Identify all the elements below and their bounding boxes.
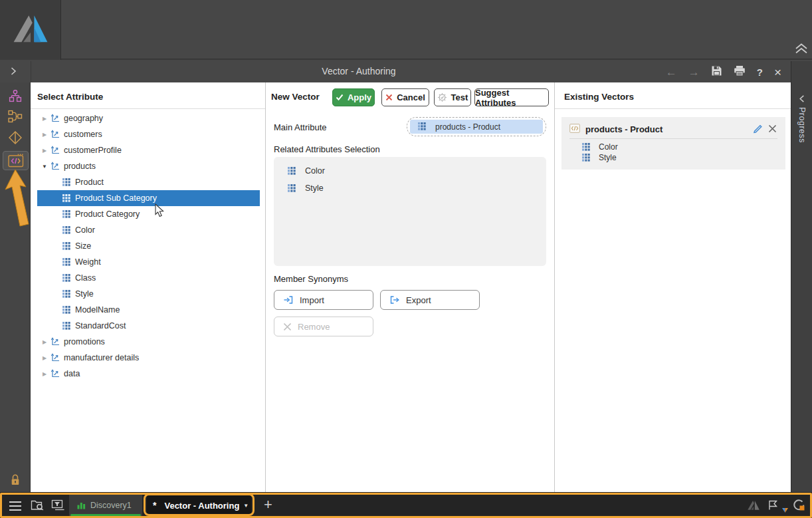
- new-tab-button[interactable]: +: [264, 496, 272, 513]
- tree-item[interactable]: Class: [37, 270, 260, 286]
- tree-item[interactable]: ▶ manufacturer details: [37, 350, 260, 366]
- delete-vector-button[interactable]: [767, 124, 777, 136]
- tree-item[interactable]: ▶ customerProfile: [37, 142, 260, 158]
- dropdown-triangle-icon[interactable]: [782, 503, 788, 515]
- tab-discovery1[interactable]: Discovery1: [69, 495, 142, 516]
- related-attribute-item[interactable]: Color: [274, 162, 546, 180]
- tree-item-label: products: [64, 162, 96, 171]
- pencil-icon: [753, 124, 763, 134]
- expand-arrow-icon[interactable]: ▶: [40, 339, 49, 345]
- expand-arrow-icon[interactable]: ▶: [40, 132, 49, 138]
- check-icon: [336, 94, 344, 101]
- card-divider: [569, 138, 777, 139]
- main-attribute-chip-label: products - Product: [435, 122, 500, 132]
- attribute-grid-icon: [62, 305, 71, 315]
- remove-x-icon: [283, 323, 292, 331]
- tab-vector-authoring[interactable]: * Vector - Authoring ▼: [147, 495, 251, 516]
- export-button[interactable]: Export: [380, 290, 480, 310]
- tree-item-label: geography: [64, 114, 103, 123]
- pyramid-status-icon[interactable]: [747, 500, 760, 514]
- tree-item-label: ModelName: [75, 305, 120, 315]
- close-button[interactable]: ×: [774, 66, 781, 78]
- apply-button[interactable]: Apply: [332, 88, 375, 106]
- tree-item[interactable]: ▶ customers: [37, 126, 260, 142]
- double-chevron-up-icon: [794, 43, 809, 55]
- print-button[interactable]: [734, 65, 746, 79]
- attribute-grid-icon: [287, 166, 296, 176]
- tree-item[interactable]: Size: [37, 238, 260, 254]
- related-attribute-item[interactable]: Style: [274, 180, 546, 197]
- forward-button[interactable]: →: [688, 66, 700, 78]
- tree-item-label: Size: [75, 241, 91, 251]
- attribute-grid-icon: [62, 257, 71, 267]
- tree-item[interactable]: ModelName: [37, 302, 260, 318]
- lock-icon[interactable]: [9, 473, 21, 489]
- tree-item-label: Product Category: [75, 209, 140, 219]
- attribute-grid-icon: [62, 321, 71, 330]
- dialog-title-bar: Vector - Authoring ← →: [0, 61, 791, 82]
- save-button[interactable]: [711, 65, 722, 79]
- expand-arrow-icon[interactable]: ▶: [40, 148, 49, 154]
- collapse-header-button[interactable]: [794, 43, 809, 57]
- menu-button[interactable]: [9, 501, 21, 511]
- expand-arrow-icon[interactable]: ▶: [40, 355, 49, 361]
- vector-tool-selected[interactable]: [3, 151, 29, 170]
- tab-menu-caret-icon[interactable]: ▼: [243, 503, 249, 509]
- progress-side-strip[interactable]: Progress: [791, 61, 812, 492]
- existing-vectors-title: Existing Vectors: [564, 92, 634, 102]
- suggest-attributes-button[interactable]: Suggest Attributes: [474, 88, 549, 106]
- flag-icon[interactable]: [767, 500, 778, 513]
- tool-sidebar: [0, 82, 31, 492]
- tab-discovery1-label: Discovery1: [90, 501, 132, 510]
- tree-item[interactable]: ▶ geography: [37, 110, 260, 126]
- import-button[interactable]: Import: [274, 290, 373, 310]
- chevron-right-icon: [10, 66, 17, 76]
- progress-strip-label: Progress: [797, 107, 807, 143]
- close-x-icon: [767, 124, 777, 134]
- bar-chart-icon: [77, 501, 86, 509]
- tree-item[interactable]: Product: [37, 174, 260, 190]
- chevron-left-icon: [799, 94, 805, 106]
- tree-item[interactable]: Style: [37, 286, 260, 302]
- attribute-grid-icon: [62, 241, 71, 251]
- panel-divider: [31, 108, 265, 109]
- dimension-icon: [51, 162, 60, 171]
- filter-panel-button[interactable]: [51, 499, 65, 513]
- tree-item-label: manufacturer details: [64, 353, 139, 362]
- open-content-button[interactable]: [31, 499, 45, 513]
- tree-item-label: StandardCost: [75, 321, 126, 330]
- pyramid-logo-icon: [11, 14, 50, 46]
- tree-item[interactable]: ▼ products: [37, 158, 260, 174]
- hierarchy-tool-icon[interactable]: [8, 89, 23, 106]
- tree-item-label: promotions: [64, 337, 105, 346]
- vector-script-icon: [8, 154, 24, 168]
- attribute-grid-icon: [287, 184, 296, 193]
- back-button[interactable]: ←: [666, 66, 677, 78]
- remove-button[interactable]: Remove: [274, 317, 373, 336]
- tree-item[interactable]: ▶ promotions: [37, 334, 260, 350]
- expand-arrow-icon[interactable]: ▶: [40, 371, 49, 377]
- relationship-tool-icon[interactable]: [7, 110, 23, 126]
- tree-item[interactable]: Weight: [37, 254, 260, 270]
- tree-item[interactable]: Product Sub Category: [37, 190, 260, 206]
- tree-item[interactable]: ▶ data: [37, 366, 260, 382]
- tree-item[interactable]: Color: [37, 222, 260, 238]
- collapse-arrow-icon[interactable]: ▼: [40, 164, 49, 170]
- tree-item-label: customers: [64, 130, 102, 139]
- main-attribute-chip[interactable]: products - Product: [410, 120, 543, 134]
- test-button[interactable]: Test: [434, 88, 471, 106]
- unsaved-indicator: *: [153, 500, 156, 511]
- tree-item[interactable]: StandardCost: [37, 318, 260, 334]
- recorder-status-icon[interactable]: [793, 499, 805, 514]
- diamond-tool-icon[interactable]: [8, 130, 23, 148]
- tree-item[interactable]: Product Category: [37, 206, 260, 222]
- attribute-grid-icon: [417, 122, 427, 132]
- sidebar-expand-button[interactable]: [10, 66, 17, 78]
- app-logo[interactable]: [0, 0, 61, 60]
- help-button[interactable]: ?: [757, 67, 763, 77]
- edit-vector-button[interactable]: [753, 124, 763, 136]
- dimension-icon: [51, 146, 60, 155]
- main-attribute-dropzone[interactable]: products - Product: [407, 117, 546, 136]
- cancel-button[interactable]: Cancel: [381, 88, 429, 106]
- expand-arrow-icon[interactable]: ▶: [40, 116, 49, 122]
